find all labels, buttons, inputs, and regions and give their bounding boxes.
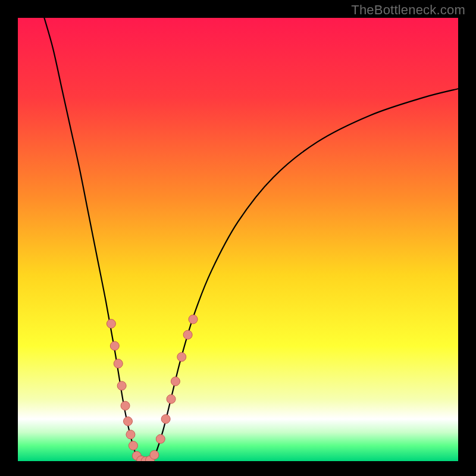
sample-point bbox=[189, 315, 198, 324]
sample-point bbox=[177, 352, 186, 361]
sample-point bbox=[124, 416, 133, 425]
sample-point bbox=[156, 434, 165, 443]
sample-point bbox=[121, 401, 130, 410]
sample-point bbox=[107, 320, 115, 328]
chart-frame: TheBottleneck.com bbox=[0, 0, 476, 476]
sample-point bbox=[150, 450, 159, 459]
sample-point bbox=[167, 394, 176, 403]
sample-point bbox=[110, 342, 119, 350]
sample-point bbox=[183, 330, 192, 339]
gradient-background bbox=[18, 18, 458, 461]
sample-point bbox=[114, 359, 123, 368]
sample-point bbox=[126, 430, 135, 439]
sample-point bbox=[161, 415, 170, 424]
sample-point bbox=[117, 381, 126, 390]
chart-svg bbox=[18, 18, 458, 461]
sample-point bbox=[129, 441, 137, 450]
sample-point bbox=[171, 377, 180, 386]
plot-area bbox=[18, 18, 458, 461]
watermark-text: TheBottleneck.com bbox=[351, 2, 465, 18]
